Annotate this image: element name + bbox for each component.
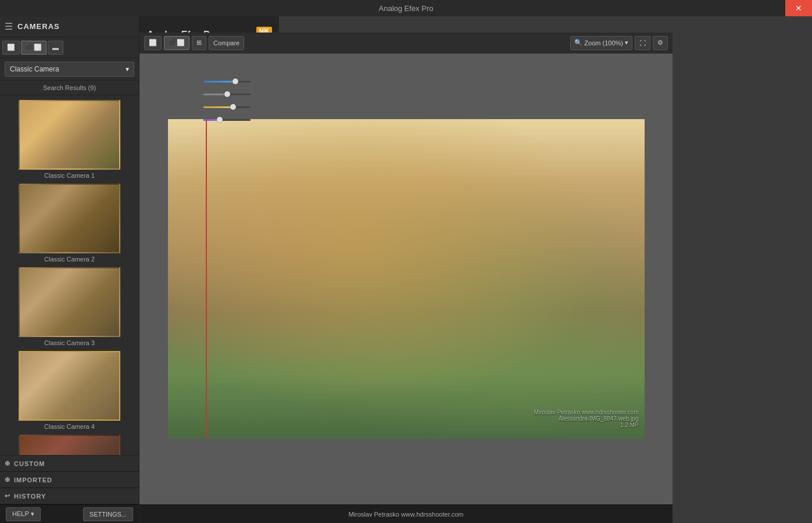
thumbnail-label: Classic Camera 3 — [44, 339, 95, 346]
zoom-icon: 🔍 — [574, 39, 582, 46]
detail-extraction-thumb[interactable] — [232, 78, 238, 84]
contrast-fill — [203, 106, 233, 108]
split-view-button[interactable]: ⬛⬜ — [164, 36, 189, 50]
zoom-control[interactable]: 🔍 Zoom (100%) ▾ — [570, 36, 632, 50]
titlebar: Analog Efex Pro ✕ — [0, 0, 812, 16]
sidebar-bottom: ⊕ CUSTOM ⊕ IMPORTED ↩ HISTORY — [0, 455, 139, 504]
top-toolbar: ⬜ ⬛⬜ ⊞ Compare 🔍 Zoom (100%) ▾ ⛶ ⚙ — [139, 33, 673, 53]
photo-filename: Alessandra-IMG_8847-web.jpg — [534, 415, 638, 422]
history-icon: ↩ — [5, 492, 10, 500]
brightness-thumb[interactable] — [224, 91, 230, 97]
sidebar-item-history[interactable]: ↩ HISTORY — [0, 488, 139, 504]
sidebar-custom-label: CUSTOM — [14, 460, 45, 467]
camera-select[interactable]: Classic Camera ▾ — [5, 62, 134, 77]
photo-frame: Miroslav Petrasko www.hdrsshooter.com Al… — [168, 119, 645, 439]
saturation-thumb[interactable] — [217, 117, 223, 123]
thumbnail-label: Classic Camera 4 — [44, 423, 95, 430]
saturation-slider[interactable] — [203, 119, 251, 121]
help-button[interactable]: HELP ▾ — [6, 507, 41, 521]
sidebar-title: CAMERAS — [17, 22, 60, 31]
app-title: Analog Efex Pro — [379, 4, 434, 13]
list-item[interactable]: Classic Camera 1 — [5, 100, 134, 179]
detail-extraction-fill — [203, 81, 235, 83]
custom-icon: ⊕ — [5, 460, 10, 467]
status-bar: Miroslav Petrasko www.hdrsshooter.com — [139, 504, 673, 523]
photo-container: Miroslav Petrasko www.hdrsshooter.com Al… — [168, 119, 645, 439]
thumbnail-image — [19, 351, 120, 421]
contrast-thumb[interactable] — [230, 104, 236, 110]
thumbnail-image — [19, 267, 120, 337]
sidebar-item-custom[interactable]: ⊕ CUSTOM — [0, 456, 139, 472]
dropdown-arrow-icon: ▾ — [126, 65, 129, 73]
sidebar-footer: HELP ▾ SETTINGS... — [0, 504, 139, 523]
settings-button[interactable]: SETTINGS... — [83, 507, 133, 521]
thumbnails-list: Classic Camera 1 Classic Camera 2 Classi… — [0, 95, 139, 455]
sidebar-toolbar: ⬜ ⬛⬜ ▬ — [0, 37, 139, 58]
list-item[interactable]: Classic Camera 4 — [5, 351, 134, 430]
imported-icon: ⊕ — [5, 476, 10, 483]
thumbnail-image — [19, 435, 120, 455]
photo-image — [168, 119, 645, 439]
thumbnail-image — [19, 184, 120, 253]
close-button[interactable]: ✕ — [785, 0, 812, 16]
brightness-fill — [203, 94, 227, 95]
photo-credit: Miroslav Petrasko www.hdrsshooter.com — [534, 409, 638, 415]
list-item[interactable]: Classic Camera 5 — [5, 435, 134, 455]
zoom-label: Zoom (100%) — [584, 40, 623, 46]
list-item[interactable]: Classic Camera 2 — [5, 184, 134, 263]
sidebar-header: ☰ CAMERAS — [0, 16, 139, 37]
main-layout: ☰ CAMERAS ⬜ ⬛⬜ ▬ Classic Camera ▾ Search… — [0, 16, 812, 523]
sidebar-imported-label: IMPORTED — [14, 477, 52, 483]
status-credit: Miroslav Petrasko www.hdrsshooter.com — [348, 511, 463, 518]
photo-info: Miroslav Petrasko www.hdrsshooter.com Al… — [534, 409, 638, 428]
thumbnail-label: Classic Camera 1 — [44, 172, 95, 179]
camera-select-row: Classic Camera ▾ — [0, 58, 139, 81]
thumbnail-image — [19, 100, 120, 170]
list-item[interactable]: Classic Camera 3 — [5, 267, 134, 346]
fullscreen-button[interactable]: ⛶ — [635, 36, 650, 50]
single-view-button[interactable]: ⬜ — [144, 36, 162, 50]
view-split-h-button[interactable]: ▬ — [48, 41, 63, 55]
compare-line — [206, 119, 207, 439]
sidebar: ☰ CAMERAS ⬜ ⬛⬜ ▬ Classic Camera ▾ Search… — [0, 16, 139, 523]
brightness-slider[interactable] — [203, 94, 251, 95]
zoom-dropdown-icon: ▾ — [625, 39, 628, 46]
contrast-slider[interactable] — [203, 106, 251, 108]
grid-view-button[interactable]: ⊞ — [192, 36, 206, 50]
search-results-label: Search Results (9) — [0, 81, 139, 95]
thumbnail-label: Classic Camera 2 — [44, 256, 95, 263]
detail-extraction-slider[interactable] — [203, 81, 251, 83]
settings-view-button[interactable]: ⚙ — [653, 36, 668, 50]
photo-size: 1.2 MP — [534, 422, 638, 428]
compare-button[interactable]: Compare — [209, 36, 244, 50]
menu-icon[interactable]: ☰ — [5, 21, 13, 32]
sidebar-history-label: HISTORY — [14, 493, 46, 500]
view-single-button[interactable]: ⬜ — [2, 41, 20, 55]
sidebar-item-imported[interactable]: ⊕ IMPORTED — [0, 472, 139, 488]
view-split-v-button[interactable]: ⬛⬜ — [21, 41, 46, 55]
